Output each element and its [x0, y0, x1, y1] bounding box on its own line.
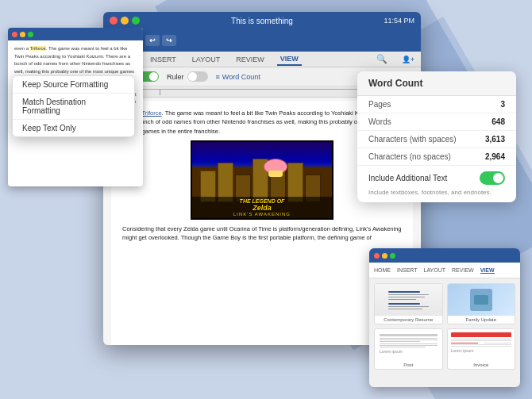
template-family-update[interactable]: Family Update: [447, 283, 516, 324]
template-photo-preview: [448, 284, 515, 316]
zelda-subtitle: Zelda: [192, 204, 332, 212]
minimize-icon[interactable]: [20, 32, 25, 37]
template-post-label: Post: [375, 361, 442, 369]
tp-maximize-button[interactable]: [390, 253, 395, 259]
context-item-match-dest[interactable]: Match Destination Formatting: [13, 94, 134, 120]
tp-minimize-button[interactable]: [382, 253, 387, 259]
template-resume-label: Contemporary Resume: [375, 316, 442, 324]
close-button[interactable]: [110, 17, 118, 25]
wc-label-pages: Pages: [368, 100, 391, 109]
tp-toolbar: HOME INSERT LAYOUT REVIEW VIEW: [369, 263, 520, 278]
wc-label-chars-spaces: Characters (with spaces): [368, 135, 457, 144]
wc-toggle-label: Include Additional Text: [368, 174, 447, 182]
share-icon[interactable]: 👤+: [402, 56, 414, 63]
template-post[interactable]: Lorem ipsum Post: [374, 328, 443, 370]
template-invoice-preview: Lorem ipsum: [448, 329, 515, 361]
word-ribbon: HOME INSERT LAYOUT REVIEW VIEW 🔍 👤+: [103, 52, 421, 67]
word-count-icon: ≡: [216, 73, 220, 81]
tp-templates-grid: Contemporary Resume Family Update: [369, 278, 520, 374]
zelda-tagline: LINK'S AWAKENING: [192, 212, 332, 217]
bg-doc-titlebar: [8, 28, 143, 40]
word-titlebar: This is something 11:54 PM: [103, 12, 421, 29]
tab-review[interactable]: REVIEW: [233, 54, 268, 65]
word-toolbar: H V ↩ ↪: [103, 29, 421, 52]
template-resume-preview: [375, 284, 442, 316]
zelda-cover-image: THE LEGEND OF Zelda LINK'S AWAKENING: [191, 140, 333, 220]
context-item-keep-source[interactable]: Keep Source Formatting: [13, 76, 134, 94]
tp-tab-home[interactable]: HOME: [374, 267, 391, 273]
tp-titlebar: [369, 248, 520, 263]
wc-value-chars-nospaces: 2,964: [485, 152, 505, 161]
word-count-title: Word Count: [357, 71, 516, 96]
tab-view[interactable]: VIEW: [277, 53, 302, 66]
tp-tab-review[interactable]: REVIEW: [452, 267, 474, 273]
wc-subtext: Include textboxes, footnotes, and endnot…: [368, 188, 505, 197]
template-letter-preview: Lorem ipsum: [375, 329, 442, 361]
close-icon[interactable]: [12, 32, 17, 37]
context-item-keep-text[interactable]: Keep Text Only: [13, 120, 134, 136]
wc-row-chars-spaces: Characters (with spaces) 3,613: [357, 131, 516, 148]
word-count-label: Word Count: [222, 73, 260, 81]
tp-close-button[interactable]: [374, 253, 380, 259]
window-title: This is something: [231, 17, 293, 25]
ruler-toggle-item: Ruler: [167, 71, 208, 82]
wc-row-words: Words 648: [357, 113, 516, 131]
wc-value-chars-spaces: 3,613: [485, 135, 505, 144]
template-picker: HOME INSERT LAYOUT REVIEW VIEW Contempor…: [369, 248, 520, 387]
tp-tab-view[interactable]: VIEW: [480, 267, 495, 274]
wc-label-chars-nospaces: Characters (no spaces): [368, 152, 451, 161]
minimize-button[interactable]: [121, 17, 129, 25]
wc-toggle-line: Include Additional Text: [368, 171, 505, 185]
word-count-popup: Word Count Pages 3 Words 648 Characters …: [357, 71, 516, 202]
template-contemporary-resume[interactable]: Contemporary Resume: [374, 283, 443, 324]
tp-tab-insert[interactable]: INSERT: [397, 267, 418, 273]
wc-toggle-section: Include Additional Text Include textboxe…: [357, 166, 516, 202]
tab-insert[interactable]: INSERT: [147, 54, 179, 65]
tab-layout[interactable]: LAYOUT: [189, 54, 223, 65]
ruler-toggle[interactable]: [187, 71, 208, 82]
window-time: 11:54 PM: [384, 17, 414, 25]
toolbar-redo[interactable]: ↪: [162, 35, 176, 46]
ruler-label: Ruler: [167, 73, 184, 81]
template-invoice[interactable]: Lorem ipsum Invoice: [447, 328, 516, 370]
maximize-button[interactable]: [132, 17, 140, 25]
include-additional-toggle[interactable]: [480, 171, 505, 185]
wc-value-pages: 3: [500, 100, 505, 109]
traffic-lights: [110, 17, 140, 25]
word-count-button[interactable]: ≡ Word Count: [216, 73, 260, 81]
template-invoice-label: Invoice: [448, 361, 515, 369]
template-photo-label: Family Update: [448, 316, 515, 324]
search-icon[interactable]: 🔍: [376, 54, 387, 64]
doc-text-below: Considering that every Zelda game until …: [122, 224, 402, 243]
context-menu: Keep Source Formatting Match Destination…: [12, 75, 135, 137]
wc-row-chars-nospaces: Characters (no spaces) 2,964: [357, 148, 516, 166]
tp-tab-layout[interactable]: LAYOUT: [424, 267, 446, 273]
wc-row-pages: Pages 3: [357, 96, 516, 113]
maximize-icon[interactable]: [28, 32, 33, 37]
zelda-title: THE LEGEND OF: [192, 198, 332, 204]
wc-value-words: 648: [492, 117, 505, 126]
toolbar-undo[interactable]: ↩: [145, 35, 160, 46]
wc-label-words: Words: [368, 117, 391, 126]
